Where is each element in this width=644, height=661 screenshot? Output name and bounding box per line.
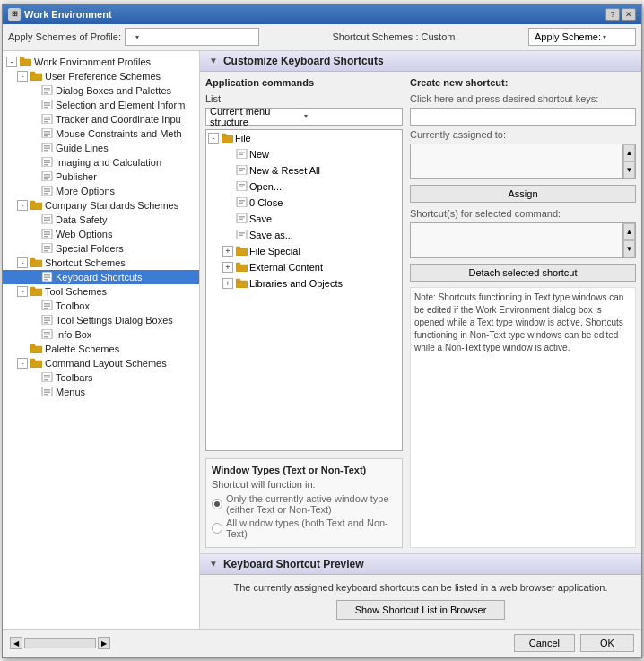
sidebar-item-guide-lines[interactable]: Guide Lines xyxy=(3,141,199,155)
cancel-button[interactable]: Cancel xyxy=(514,634,575,652)
detach-button[interactable]: Detach selected shortcut xyxy=(410,264,636,282)
expander-more-options[interactable] xyxy=(28,186,39,196)
expander-selection-element[interactable] xyxy=(28,100,39,110)
sidebar-item-imaging-calc[interactable]: Imaging and Calculation xyxy=(3,155,199,170)
expander-web-options[interactable] xyxy=(28,229,39,239)
cmd-item[interactable]: +File Special xyxy=(206,243,402,259)
scroll-right-btn[interactable]: ▶ xyxy=(98,637,110,649)
ok-button[interactable]: OK xyxy=(580,634,634,652)
svg-rect-76 xyxy=(44,378,50,379)
expander-toolbox[interactable] xyxy=(28,300,39,311)
sidebar-item-mouse-constraints[interactable]: Mouse Constraints and Meth xyxy=(3,126,199,141)
expander-menus[interactable] xyxy=(28,387,39,397)
expander-dialog-boxes[interactable] xyxy=(28,85,39,96)
expander-special-folders[interactable] xyxy=(28,243,39,254)
expander-publisher[interactable] xyxy=(28,171,39,182)
expander-toolbars[interactable] xyxy=(28,372,39,383)
sidebar-item-special-folders[interactable]: Special Folders xyxy=(3,241,199,256)
expander-company-standards[interactable]: - xyxy=(17,200,28,211)
sidebar-item-tool-schemes[interactable]: -Tool Schemes xyxy=(3,284,199,299)
cmd-item[interactable]: 0 Close xyxy=(206,195,402,211)
expander-info-box[interactable] xyxy=(28,329,39,340)
shortcuts-scroll-up[interactable]: ▲ xyxy=(623,223,635,240)
assign-button[interactable]: Assign xyxy=(410,185,636,203)
cmd-item[interactable]: +Libraries and Objects xyxy=(206,275,402,291)
preview-collapse-icon[interactable]: ▼ xyxy=(209,559,218,569)
expander-guide-lines[interactable] xyxy=(28,143,39,153)
sidebar-item-more-options[interactable]: More Options xyxy=(3,184,199,198)
expander-work-env-profiles[interactable]: - xyxy=(6,57,17,67)
expander-tracker-coordinate[interactable] xyxy=(28,114,39,125)
currently-assigned-textarea[interactable] xyxy=(411,144,622,178)
radio-all-windows[interactable]: All window types (both Text and Non-Text… xyxy=(212,517,396,539)
shortcut-key-input[interactable] xyxy=(410,108,636,126)
cmd-expander[interactable] xyxy=(222,165,233,176)
sidebar-item-selection-element[interactable]: Selection and Element Inform xyxy=(3,98,199,112)
sidebar-item-tool-settings[interactable]: Tool Settings Dialog Boxes xyxy=(3,313,199,327)
shortcuts-scroll-down[interactable]: ▼ xyxy=(623,240,635,257)
expander-tool-schemes[interactable]: - xyxy=(17,286,28,297)
cmd-expander[interactable] xyxy=(222,230,233,240)
help-button[interactable]: ? xyxy=(605,8,620,21)
expander-imaging-calc[interactable] xyxy=(28,157,39,168)
sidebar-item-palette-schemes[interactable]: Palette Schemes xyxy=(3,342,199,356)
list-label: List: xyxy=(205,93,403,104)
sidebar-item-company-standards[interactable]: -Company Standards Schemes xyxy=(3,198,199,213)
shortcut-scheme-info: Shortcut Schemes : Custom xyxy=(333,31,456,42)
sidebar-item-user-pref-schemes[interactable]: -User Preference Schemes xyxy=(3,69,199,83)
scroll-left-btn[interactable]: ◀ xyxy=(10,637,22,649)
currently-assigned-scroll-down[interactable]: ▼ xyxy=(623,161,635,178)
cmd-item[interactable]: Save xyxy=(206,211,402,227)
cmd-item[interactable]: Save as... xyxy=(206,227,402,243)
radio-only-active[interactable]: Only the currently active window type (e… xyxy=(212,493,396,515)
close-button[interactable]: ✕ xyxy=(622,8,636,21)
currently-assigned-scroll-up[interactable]: ▲ xyxy=(623,144,635,161)
cmd-expander[interactable] xyxy=(222,181,233,192)
expander-shortcut-schemes[interactable]: - xyxy=(17,257,28,268)
expander-tool-settings[interactable] xyxy=(28,315,39,326)
section-title: Customize Keyboard Shortcuts xyxy=(223,55,384,67)
sidebar-item-tracker-coordinate[interactable]: Tracker and Coordinate Inpu xyxy=(3,112,199,126)
cmd-expander[interactable]: + xyxy=(222,278,233,289)
cmd-item[interactable]: +External Content xyxy=(206,259,402,275)
list-dropdown[interactable]: Current menu structure ▾ xyxy=(205,108,403,126)
label-web-options: Web Options xyxy=(56,229,112,239)
shortcuts-for-cmd-textarea[interactable] xyxy=(411,223,622,257)
sidebar-item-web-options[interactable]: Web Options xyxy=(3,227,199,241)
cmd-item[interactable]: New & Reset All xyxy=(206,162,402,178)
cmd-expander[interactable] xyxy=(222,149,233,160)
sidebar-item-menus[interactable]: Menus xyxy=(3,385,199,399)
sidebar-item-toolbars[interactable]: Toolbars xyxy=(3,370,199,385)
expander-data-safety[interactable] xyxy=(28,214,39,225)
radio-only-active-label: Only the currently active window type (e… xyxy=(226,493,396,515)
expander-cmd-layout-schemes[interactable]: - xyxy=(17,358,28,369)
cmd-expander[interactable] xyxy=(222,213,233,224)
title-bar: ⊞ Work Environment ? ✕ xyxy=(3,4,641,24)
sidebar-item-cmd-layout-schemes[interactable]: -Command Layout Schemes xyxy=(3,356,199,370)
expander-user-pref-schemes[interactable]: - xyxy=(17,71,28,82)
expander-palette-schemes[interactable] xyxy=(17,344,28,354)
sidebar-item-work-env-profiles[interactable]: -Work Environment Profiles xyxy=(3,55,199,69)
sidebar-item-data-safety[interactable]: Data Safety xyxy=(3,213,199,227)
cmd-item[interactable]: Open... xyxy=(206,178,402,195)
cmd-item[interactable]: -File xyxy=(206,130,402,146)
cmd-item[interactable]: New xyxy=(206,146,402,162)
expander-mouse-constraints[interactable] xyxy=(28,128,39,139)
cmd-expander[interactable]: - xyxy=(208,133,219,144)
svg-rect-105 xyxy=(236,263,240,265)
apply-schemes-dropdown[interactable]: ▾ xyxy=(125,28,259,46)
sidebar-item-info-box[interactable]: Info Box xyxy=(3,327,199,342)
cmd-expander[interactable]: + xyxy=(222,262,233,273)
sidebar-item-toolbox[interactable]: Toolbox xyxy=(3,299,199,313)
sidebar-item-keyboard-shortcuts[interactable]: Keyboard Shortcuts xyxy=(3,270,199,284)
show-shortcut-button[interactable]: Show Shortcut List in Browser xyxy=(336,600,506,620)
cmd-expander[interactable] xyxy=(222,197,233,208)
collapse-arrow-icon[interactable]: ▼ xyxy=(209,56,218,65)
expander-keyboard-shortcuts[interactable] xyxy=(28,272,39,283)
sidebar-item-publisher[interactable]: Publisher xyxy=(3,170,199,184)
sidebar-item-dialog-boxes[interactable]: Dialog Boxes and Palettes xyxy=(3,83,199,98)
sidebar-item-shortcut-schemes[interactable]: -Shortcut Schemes xyxy=(3,256,199,270)
scroll-track[interactable] xyxy=(24,638,96,648)
apply-scheme-dropdown[interactable]: Apply Scheme: ▾ xyxy=(528,28,636,46)
cmd-expander[interactable]: + xyxy=(222,246,233,257)
